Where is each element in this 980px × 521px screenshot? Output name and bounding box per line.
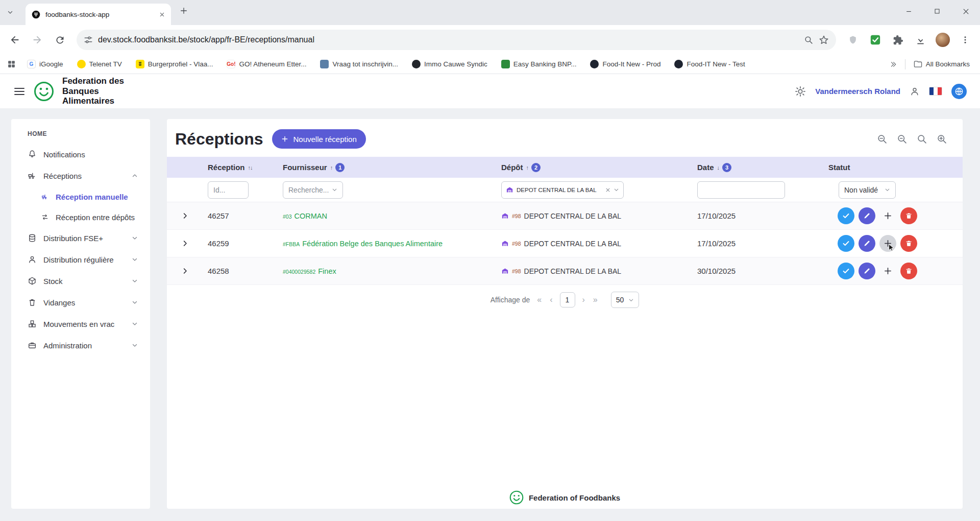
refresh-button[interactable]	[50, 30, 69, 50]
validate-button[interactable]	[838, 263, 854, 279]
new-tab-button[interactable]	[180, 7, 188, 15]
minimize-button[interactable]	[894, 0, 923, 22]
reception-id: 46258	[208, 267, 283, 275]
zoom-in-icon[interactable]	[937, 134, 947, 145]
download-button[interactable]	[911, 30, 930, 50]
supplier-link[interactable]: #0400029582Finex	[283, 267, 501, 275]
sort-icon: ↑	[526, 164, 529, 171]
search-icon[interactable]	[917, 134, 927, 145]
bookmark-item-igoogle[interactable]: G iGoogle	[27, 60, 63, 68]
go-favicon: Go!	[227, 60, 235, 68]
filter-depot-select[interactable]: DEPOT CENTRAL DE LA BAL	[501, 181, 624, 199]
bookmark-item-easy-banking[interactable]: Easy Banking BNP...	[501, 60, 577, 68]
sidebar-item-mouvements-en-vrac[interactable]: Mouvements en vrac	[11, 313, 150, 335]
person-icon[interactable]	[910, 86, 920, 97]
bookmark-item-vraag[interactable]: Vraag tot inschrijvin...	[320, 60, 398, 68]
pagination-label: Affichage de	[491, 296, 530, 304]
apps-grid-icon[interactable]	[7, 60, 16, 68]
sidebar-item-reception-entre-depots[interactable]: Réception entre dépôts	[11, 207, 150, 227]
tab-close-icon[interactable]	[159, 12, 165, 17]
address-bar[interactable]: dev.stock.foodbanksit.be/stock/app/fr-BE…	[77, 30, 836, 50]
hamburger-menu-button[interactable]	[13, 85, 26, 98]
browser-tab[interactable]: foodbanks-stock-app	[26, 4, 171, 25]
new-reception-button[interactable]: Nouvelle réception	[272, 129, 365, 149]
bookmark-item-immo-cauwe[interactable]: Immo Cauwe Syndic	[412, 60, 487, 68]
tab-title: foodbanks-stock-app	[45, 11, 154, 18]
last-page-button[interactable]: »	[592, 295, 599, 304]
briefcase-icon	[28, 341, 37, 350]
user-menu[interactable]: Vandermeersch Roland	[815, 87, 900, 96]
delete-button[interactable]	[900, 207, 917, 224]
zoom-out-icon[interactable]	[877, 134, 888, 145]
previous-page-button[interactable]: ‹	[549, 295, 553, 304]
bookmark-star-icon[interactable]	[819, 35, 829, 45]
delete-button[interactable]	[900, 235, 917, 252]
maximize-button[interactable]	[923, 0, 951, 22]
bookmark-item-foodit-test[interactable]: Food-IT New - Test	[674, 60, 745, 68]
filter-supplier-select[interactable]: Recherche...	[283, 181, 343, 199]
url-text[interactable]: dev.stock.foodbanksit.be/stock/app/fr-BE…	[98, 35, 799, 44]
extension-check-icon[interactable]	[866, 30, 885, 50]
bookmark-item-burgerprofiel[interactable]: ʬ Burgerprofiel - Vlaa...	[136, 60, 213, 68]
first-page-button[interactable]: «	[536, 295, 543, 304]
back-button[interactable]	[5, 30, 24, 50]
sidebar-item-administration[interactable]: Administration	[11, 335, 150, 356]
add-line-button[interactable]	[879, 235, 896, 252]
extension-shield-icon[interactable]	[843, 30, 863, 50]
check-icon	[842, 239, 850, 248]
add-line-button[interactable]	[879, 207, 896, 224]
clear-icon[interactable]	[605, 187, 610, 193]
close-window-button[interactable]	[951, 0, 980, 22]
filter-date-input[interactable]	[697, 181, 785, 199]
expand-row-icon[interactable]	[167, 240, 208, 247]
zoom-reset-icon[interactable]	[897, 134, 908, 145]
sidebar-item-distribution-fse[interactable]: Distribution FSE+	[11, 227, 150, 249]
bookmark-item-foodit-prod[interactable]: Food-It New - Prod	[590, 60, 660, 68]
edit-button[interactable]	[859, 207, 875, 224]
sidebar-item-vidanges[interactable]: Vidanges	[11, 292, 150, 313]
all-bookmarks-button[interactable]: All Bookmarks	[914, 60, 970, 68]
bookmark-item-telenet[interactable]: Telenet TV	[77, 60, 122, 68]
filter-statut-select[interactable]: Non validé	[839, 181, 896, 199]
tab-list-chevron-icon[interactable]	[7, 9, 13, 15]
sidebar-item-distribution-reguliere[interactable]: Distribution régulière	[11, 249, 150, 270]
pencil-icon	[863, 240, 871, 247]
column-header-date[interactable]: Date ↓ 3	[697, 163, 828, 172]
sidebar-item-notifications[interactable]: Notifications	[11, 144, 150, 165]
current-page[interactable]: 1	[560, 292, 575, 307]
next-page-button[interactable]: ›	[581, 295, 586, 304]
sidebar-item-reception-manuelle[interactable]: Réception manuelle	[11, 186, 150, 207]
sidebar-item-stock[interactable]: Stock	[11, 270, 150, 292]
date-cell: 17/10/2025	[697, 239, 828, 248]
delete-button[interactable]	[900, 263, 917, 279]
bookmarks-overflow-chevron[interactable]	[890, 61, 897, 68]
language-flag-france[interactable]	[929, 87, 942, 96]
validate-button[interactable]	[838, 235, 854, 252]
filter-id-input[interactable]	[208, 181, 249, 199]
theme-toggle-icon[interactable]	[795, 86, 806, 97]
supplier-link[interactable]: #FBBAFédération Belge des Banques Alimen…	[283, 239, 501, 248]
bookmark-item-go-atheneum[interactable]: Go! GO! Atheneum Etter...	[227, 60, 306, 68]
supplier-link[interactable]: #03CORMAN	[283, 211, 501, 220]
column-header-fournisseur[interactable]: Fournisseur ↑ 1	[283, 163, 501, 172]
browser-menu-button[interactable]	[955, 30, 975, 50]
profile-avatar[interactable]	[933, 30, 952, 50]
column-header-reception[interactable]: Réception ↑↓	[208, 163, 283, 172]
edit-button[interactable]	[859, 235, 875, 252]
sidebar-item-receptions[interactable]: Réceptions	[11, 165, 150, 186]
edit-button[interactable]	[859, 263, 875, 279]
table-row: 46259 #FBBAFédération Belge des Banques …	[167, 230, 963, 257]
extensions-puzzle-icon[interactable]	[888, 30, 908, 50]
lens-icon[interactable]	[804, 35, 814, 45]
globe-button[interactable]	[951, 84, 967, 99]
page-size-select[interactable]: 50	[611, 292, 640, 308]
add-line-button[interactable]	[879, 263, 896, 279]
site-info-icon[interactable]	[84, 35, 93, 44]
sort-icon: ↑↓	[248, 164, 253, 171]
expand-row-icon[interactable]	[167, 267, 208, 275]
validate-button[interactable]	[838, 207, 854, 224]
forward-button[interactable]	[28, 30, 47, 50]
expand-row-icon[interactable]	[167, 212, 208, 220]
pencil-icon	[863, 212, 871, 220]
column-header-depot[interactable]: Dépôt ↑ 2	[501, 163, 697, 172]
